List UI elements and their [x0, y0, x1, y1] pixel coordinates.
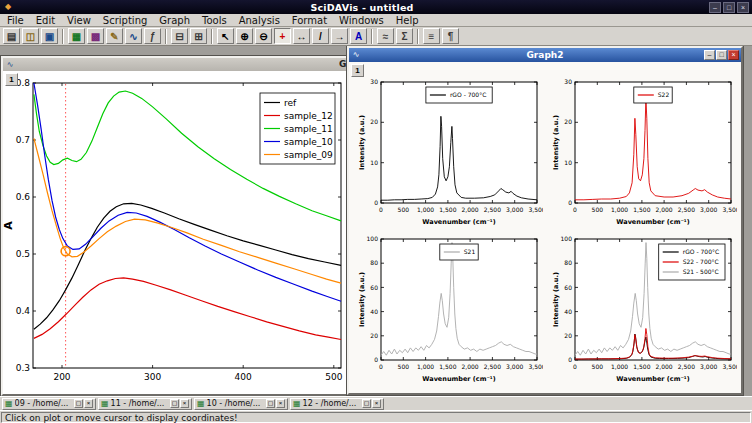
svg-text:1,500: 1,500: [439, 206, 456, 213]
svg-text:40: 40: [370, 308, 378, 315]
menu-view[interactable]: View: [61, 15, 97, 26]
window-title: SciDAVis - untitled: [17, 2, 707, 13]
menu-format[interactable]: Format: [286, 15, 333, 26]
new-graph-button[interactable]: ∿: [125, 28, 142, 44]
svg-text:1,500: 1,500: [633, 206, 650, 213]
data-reader-button[interactable]: +: [274, 28, 291, 44]
new-table-button[interactable]: ▦: [68, 28, 85, 44]
pointer-icon: ↖: [221, 31, 229, 42]
tab-close-button[interactable]: ×: [180, 399, 189, 408]
new-note-button[interactable]: ✎: [106, 28, 123, 44]
open-project-button[interactable]: ◫: [22, 28, 39, 44]
select-range-icon: ↔: [297, 31, 307, 42]
open-project-icon: ◫: [26, 31, 35, 42]
svg-text:500: 500: [592, 206, 604, 213]
menu-windows[interactable]: Windows: [333, 15, 390, 26]
main-titlebar[interactable]: ◆ SciDAVis - untitled – □ ×: [0, 0, 752, 14]
graph2-maximize-button[interactable]: □: [716, 50, 727, 60]
zoom-in-button[interactable]: ⊕: [236, 28, 253, 44]
raman-chart-s21[interactable]: 05001,0001,5002,0002,5003,0003,500020406…: [357, 234, 543, 384]
graph2-title: Graph2: [349, 50, 741, 60]
print-button[interactable]: ⊟: [171, 28, 188, 44]
toolbar-separator: [62, 29, 64, 44]
new-project-button[interactable]: ▤: [3, 28, 20, 44]
menu-edit[interactable]: Edit: [30, 15, 61, 26]
column-statistics-button[interactable]: Σ: [396, 28, 413, 44]
svg-text:sample_09: sample_09: [284, 150, 333, 160]
menu-scripting[interactable]: Scripting: [97, 15, 153, 26]
results-log-button[interactable]: ¶: [442, 28, 459, 44]
svg-text:sample_10: sample_10: [284, 137, 333, 147]
tab-restore-button[interactable]: ▢: [170, 399, 179, 408]
graph1-content: 1 2003004005000.30.40.50.60.70.8refsampl…: [3, 71, 347, 394]
graph1-layer-1-button[interactable]: 1: [5, 73, 18, 86]
new-function-plot-button[interactable]: ƒ: [144, 28, 161, 44]
taskbar-tab-10[interactable]: ▦10 - /home/...▢×: [194, 398, 288, 410]
taskbar-tab-09[interactable]: ▦09 - /home/...▢×: [2, 398, 96, 410]
tab-restore-button[interactable]: ▢: [74, 399, 83, 408]
taskbar-tab-12[interactable]: ▦12 - /home/...▢×: [290, 398, 384, 410]
graph1-titlebar[interactable]: ∿ Graph1: [3, 58, 347, 71]
add-layer-button[interactable]: ⊞: [190, 28, 207, 44]
tab-close-button[interactable]: ×: [84, 399, 93, 408]
zoom-out-button[interactable]: ⊖: [255, 28, 272, 44]
pointer-button[interactable]: ↖: [217, 28, 234, 44]
draw-line-button[interactable]: /: [312, 28, 329, 44]
tab-restore-button[interactable]: ▢: [362, 399, 371, 408]
new-matrix-button[interactable]: ▩: [87, 28, 104, 44]
minimize-button[interactable]: –: [709, 2, 721, 13]
svg-text:Intensity (a.u.): Intensity (a.u.): [552, 115, 560, 170]
svg-text:0: 0: [573, 363, 577, 370]
svg-text:Intensity (a.u.): Intensity (a.u.): [358, 115, 366, 170]
svg-text:500: 500: [398, 206, 410, 213]
status-text: Click on plot or move cursor to display …: [1, 412, 751, 423]
menu-file[interactable]: File: [4, 15, 30, 26]
svg-text:300: 300: [144, 372, 161, 382]
svg-text:3,500: 3,500: [722, 206, 737, 213]
graph2-layer-grid: 05001,0001,5002,0002,5003,0003,500010203…: [357, 77, 737, 384]
new-function-plot-icon: ƒ: [150, 31, 156, 42]
close-button[interactable]: ×: [737, 2, 749, 13]
data-reader-icon: +: [280, 31, 286, 42]
graph2-close-button[interactable]: ×: [728, 50, 739, 60]
tab-close-button[interactable]: ×: [276, 399, 285, 408]
tab-close-button[interactable]: ×: [372, 399, 381, 408]
svg-text:30: 30: [564, 78, 572, 85]
menu-help[interactable]: Help: [390, 15, 425, 26]
graph2-window[interactable]: ∿ Graph2 – □ × 1 05001,0001,5002,0002,50…: [347, 46, 743, 395]
menu-tools[interactable]: Tools: [196, 15, 233, 26]
svg-text:Wavenumber (cm⁻¹): Wavenumber (cm⁻¹): [422, 218, 495, 226]
table-icon: ▦: [101, 399, 109, 408]
menu-graph[interactable]: Graph: [153, 15, 196, 26]
menu-analysis[interactable]: Analysis: [233, 15, 286, 26]
save-project-button[interactable]: ▣: [41, 28, 58, 44]
svg-text:0: 0: [573, 206, 577, 213]
project-explorer-button[interactable]: ≡: [423, 28, 440, 44]
maximize-button[interactable]: □: [723, 2, 735, 13]
svg-text:Wavenumber (cm⁻¹): Wavenumber (cm⁻¹): [616, 218, 689, 226]
svg-text:2,500: 2,500: [678, 206, 695, 213]
svg-text:3,000: 3,000: [700, 363, 717, 370]
graph2-titlebar[interactable]: ∿ Graph2 – □ ×: [349, 48, 741, 62]
graph1-window[interactable]: ∿ Graph1 1 2003004005000.30.40.50.60.70.…: [1, 56, 349, 396]
svg-text:500: 500: [325, 372, 342, 382]
tab-restore-button[interactable]: ▢: [266, 399, 275, 408]
graph2-minimize-button[interactable]: –: [704, 50, 715, 60]
add-text-button[interactable]: A: [350, 28, 367, 44]
graph2-layer-1-button[interactable]: 1: [351, 64, 364, 77]
taskbar-tab-label: 09 - /home/...: [15, 399, 73, 408]
absorbance-chart[interactable]: 2003004005000.30.40.50.60.70.8refsample_…: [3, 71, 347, 394]
svg-text:2,000: 2,000: [656, 363, 673, 370]
statusbar: Click on plot or move cursor to display …: [0, 410, 752, 423]
select-range-button[interactable]: ↔: [293, 28, 310, 44]
raman-chart-rgo[interactable]: 05001,0001,5002,0002,5003,0003,500010203…: [357, 77, 543, 227]
curve-fit-button[interactable]: ≈: [377, 28, 394, 44]
graph2-content: 1 05001,0001,5002,0002,5003,0003,5000102…: [349, 62, 741, 393]
svg-text:100: 100: [561, 235, 573, 242]
raman-chart-s22[interactable]: 05001,0001,5002,0002,5003,0003,500010203…: [551, 77, 737, 227]
raman-chart-combined[interactable]: 05001,0001,5002,0002,5003,0003,500020406…: [551, 234, 737, 384]
results-log-icon: ¶: [448, 31, 454, 42]
taskbar-tab-11[interactable]: ▦11 - /home/...▢×: [98, 398, 192, 410]
taskbar: ▦09 - /home/...▢×▦11 - /home/...▢×▦10 - …: [0, 396, 752, 410]
add-arrow-button[interactable]: →: [331, 28, 348, 44]
